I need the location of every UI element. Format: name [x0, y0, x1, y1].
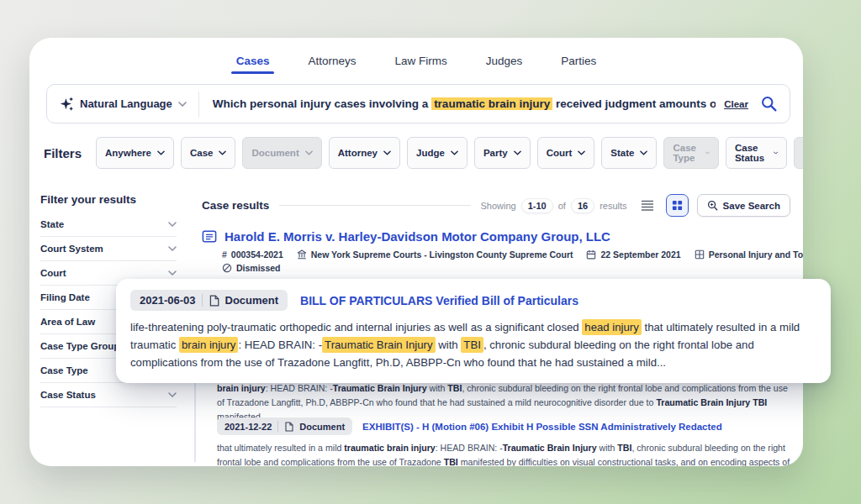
- nav-tab[interactable]: Parties: [559, 50, 598, 77]
- chevron-down-icon: [305, 150, 313, 155]
- calendar-icon: [586, 249, 596, 260]
- sidebar-filter-label: State: [40, 219, 64, 229]
- nav-tab-label: Cases: [236, 55, 270, 67]
- chevron-down-icon: [219, 150, 226, 155]
- chevron-down-icon: [774, 150, 778, 155]
- case-type: Personal Injury and Torts - Product Liab…: [695, 249, 803, 260]
- filter-pill[interactable]: Judgment: [794, 137, 803, 169]
- document-snippet: life-threatening poly-traumatic orthoped…: [130, 318, 816, 371]
- results-label: results: [600, 201, 626, 211]
- filter-pill-label: State: [610, 148, 634, 158]
- sidebar-filter-label: Case Type Group: [40, 341, 119, 351]
- sidebar-filter-label: Case Status: [40, 390, 96, 400]
- filter-pill-label: Judge: [416, 148, 445, 158]
- courthouse-icon: [297, 249, 307, 260]
- filter-pill[interactable]: Case Type: [663, 137, 719, 169]
- chevron-down-icon: [578, 150, 585, 155]
- sidebar-filter-label: Filing Date: [40, 292, 90, 302]
- sidebar-filter-item[interactable]: State: [40, 213, 177, 237]
- filter-pill[interactable]: Judge: [407, 137, 467, 169]
- nav-tab[interactable]: Law Firms: [393, 50, 448, 77]
- case-file-icon: [202, 229, 217, 244]
- chevron-down-icon: [178, 102, 187, 107]
- total-badge: 16: [571, 198, 594, 213]
- search-divider: [198, 92, 199, 117]
- filter-pill-label: Document: [251, 148, 298, 158]
- filter-pill[interactable]: Anywhere: [96, 137, 174, 169]
- showing-label: Showing: [481, 201, 516, 211]
- filter-pill[interactable]: State: [601, 137, 657, 169]
- document-link[interactable]: BILL OF PARTICULARS Verified Bill of Par…: [300, 294, 578, 307]
- nav-tab-label: Law Firms: [394, 55, 446, 67]
- search-query-input[interactable]: Which personal injury cases involving a …: [213, 97, 716, 110]
- grid-view-button[interactable]: [666, 194, 689, 217]
- nav-tab[interactable]: Judges: [484, 50, 525, 77]
- document-badge: 2021-06-03 Document: [130, 290, 288, 311]
- search-mode-label: Natural Language: [80, 97, 172, 110]
- filters-title: Filters: [44, 146, 82, 160]
- save-search-label: Save Search: [723, 201, 780, 211]
- save-search-button[interactable]: Save Search: [697, 194, 790, 217]
- filters-row: Filters Anywhere Case: [44, 137, 803, 169]
- nav-tab-label: Attorneys: [308, 55, 356, 67]
- filter-pill-label: Case Type: [673, 143, 700, 163]
- list-view-icon: [641, 200, 654, 212]
- chevron-down-icon: [383, 150, 391, 155]
- chevron-down-icon: [168, 222, 177, 227]
- filter-pills: Anywhere Case Document: [96, 137, 803, 169]
- range-badge: 1-10: [521, 198, 553, 213]
- chevron-down-icon: [514, 150, 521, 155]
- case-meta-row: # 000354-2021 New York Supreme Courts - …: [222, 249, 790, 260]
- nav-tab-label: Parties: [561, 55, 596, 67]
- document-date: 2021-06-03: [140, 294, 196, 307]
- hash-icon: #: [222, 249, 227, 260]
- filter-pill[interactable]: Case Status: [726, 137, 787, 169]
- document-link[interactable]: EXHIBIT(S) - H (Motion #06) Exhibit H Po…: [362, 422, 722, 432]
- app-window: Cases Attorneys Law Firms Judges Parties: [29, 38, 803, 466]
- of-label: of: [558, 201, 566, 211]
- search-icon[interactable]: [760, 95, 778, 113]
- case-title-link[interactable]: Harold E. Morris v. Harley-Davidson Moto…: [224, 229, 610, 244]
- chevron-down-icon: [705, 150, 710, 155]
- chevron-down-icon: [451, 150, 458, 155]
- nav-tab[interactable]: Attorneys: [306, 50, 357, 77]
- case-status: Dismissed: [222, 263, 281, 273]
- filter-pill-label: Party: [483, 148, 508, 158]
- sidebar-filter-label: Court System: [40, 244, 103, 254]
- document-label: Document: [225, 294, 279, 307]
- filter-pill-label: Case: [190, 148, 214, 158]
- grid-view-icon: [672, 200, 683, 211]
- header-divider: [279, 205, 470, 206]
- sidebar-filter-label: Case Type: [40, 365, 88, 375]
- filter-pill[interactable]: Party: [474, 137, 531, 169]
- filter-pill[interactable]: Attorney: [329, 137, 400, 169]
- dismissed-icon: [222, 263, 232, 273]
- filter-pill-label: Court: [547, 148, 573, 158]
- search-mode-selector[interactable]: Natural Language: [59, 97, 198, 112]
- document-label: Document: [299, 422, 345, 432]
- filter-pill[interactable]: Court: [537, 137, 595, 169]
- case-status-row: Dismissed: [222, 263, 790, 273]
- sparkle-icon: [59, 97, 74, 112]
- filter-pill[interactable]: Case: [181, 137, 236, 169]
- document-snippet: that ultimately resulted in a mild traum…: [217, 441, 790, 466]
- sidebar-filter-item[interactable]: Case Status: [40, 383, 177, 407]
- chevron-down-icon: [168, 392, 177, 397]
- list-view-button[interactable]: [637, 196, 658, 216]
- document-date: 2021-12-22: [224, 422, 272, 432]
- chevron-down-icon: [168, 270, 177, 276]
- filter-pill[interactable]: Document: [242, 137, 321, 169]
- clear-button[interactable]: Clear: [724, 99, 748, 109]
- sidebar-filter-label: Court: [40, 268, 66, 278]
- case-court: New York Supreme Courts - Livingston Cou…: [297, 249, 573, 260]
- top-nav-tabs: Cases Attorneys Law Firms Judges Parties: [29, 50, 803, 77]
- nav-tab[interactable]: Cases: [235, 50, 272, 77]
- document-preview-popup: 2021-06-03 Document BILL OF PARTICULARS …: [116, 279, 831, 383]
- sidebar-filter-item[interactable]: Court System: [40, 237, 177, 261]
- chevron-down-icon: [157, 150, 165, 155]
- results-title: Case results: [202, 199, 269, 212]
- results-count: Showing 1-10 of 16 results: [481, 198, 627, 213]
- document-icon: [209, 295, 219, 307]
- badge-divider: [277, 421, 278, 432]
- sidebar-title: Filter your results: [40, 193, 177, 206]
